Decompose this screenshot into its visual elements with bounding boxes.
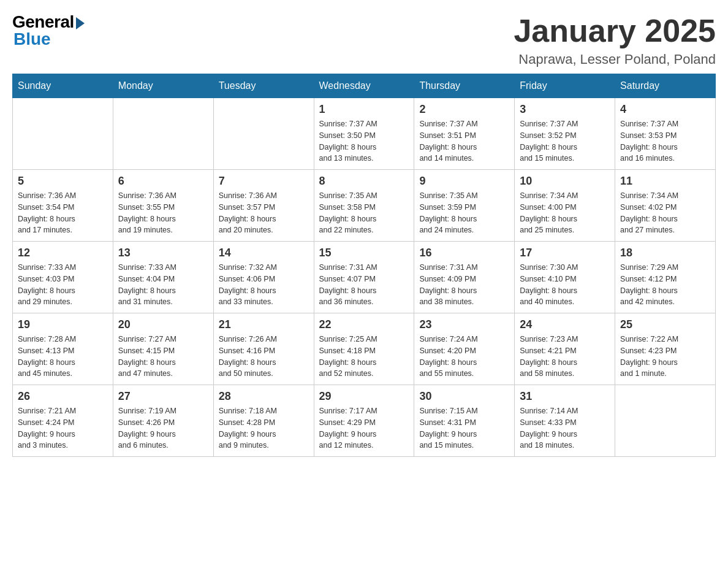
- day-info: Sunrise: 7:17 AM Sunset: 4:29 PM Dayligh…: [319, 405, 409, 451]
- calendar-cell: 18Sunrise: 7:29 AM Sunset: 4:12 PM Dayli…: [615, 242, 716, 313]
- calendar-cell: 27Sunrise: 7:19 AM Sunset: 4:26 PM Dayli…: [113, 385, 213, 457]
- day-number: 20: [118, 318, 208, 331]
- calendar-cell: [113, 98, 213, 170]
- weekday-header-wednesday: Wednesday: [314, 74, 414, 98]
- calendar-body: 1Sunrise: 7:37 AM Sunset: 3:50 PM Daylig…: [13, 98, 716, 457]
- weekday-header-row: SundayMondayTuesdayWednesdayThursdayFrid…: [13, 74, 716, 98]
- calendar-cell: 28Sunrise: 7:18 AM Sunset: 4:28 PM Dayli…: [213, 385, 314, 457]
- day-number: 10: [520, 175, 610, 188]
- day-number: 26: [18, 390, 108, 403]
- calendar-cell: 17Sunrise: 7:30 AM Sunset: 4:10 PM Dayli…: [515, 242, 615, 313]
- header: General Blue January 2025 Naprawa, Lesse…: [12, 12, 716, 67]
- calendar-week-row: 26Sunrise: 7:21 AM Sunset: 4:24 PM Dayli…: [13, 385, 716, 457]
- calendar-cell: 1Sunrise: 7:37 AM Sunset: 3:50 PM Daylig…: [314, 98, 414, 170]
- day-number: 18: [620, 247, 710, 259]
- day-info: Sunrise: 7:37 AM Sunset: 3:51 PM Dayligh…: [419, 118, 509, 164]
- calendar-week-row: 1Sunrise: 7:37 AM Sunset: 3:50 PM Daylig…: [13, 98, 716, 170]
- day-number: 29: [319, 390, 409, 403]
- calendar-cell: 31Sunrise: 7:14 AM Sunset: 4:33 PM Dayli…: [515, 385, 615, 457]
- day-number: 11: [620, 175, 710, 188]
- day-number: 28: [219, 390, 309, 403]
- day-info: Sunrise: 7:37 AM Sunset: 3:50 PM Dayligh…: [319, 118, 409, 164]
- day-number: 31: [520, 390, 610, 403]
- day-number: 13: [118, 247, 208, 259]
- weekday-header-tuesday: Tuesday: [213, 74, 314, 98]
- day-info: Sunrise: 7:34 AM Sunset: 4:02 PM Dayligh…: [620, 190, 710, 236]
- day-info: Sunrise: 7:33 AM Sunset: 4:03 PM Dayligh…: [18, 262, 108, 308]
- day-number: 4: [620, 103, 710, 116]
- day-info: Sunrise: 7:18 AM Sunset: 4:28 PM Dayligh…: [219, 405, 309, 451]
- day-info: Sunrise: 7:33 AM Sunset: 4:04 PM Dayligh…: [118, 262, 208, 308]
- day-info: Sunrise: 7:35 AM Sunset: 3:59 PM Dayligh…: [419, 190, 509, 236]
- day-info: Sunrise: 7:36 AM Sunset: 3:55 PM Dayligh…: [118, 190, 208, 236]
- calendar-cell: 11Sunrise: 7:34 AM Sunset: 4:02 PM Dayli…: [615, 170, 716, 242]
- weekday-header-sunday: Sunday: [13, 74, 113, 98]
- day-info: Sunrise: 7:23 AM Sunset: 4:21 PM Dayligh…: [520, 334, 610, 380]
- calendar-cell: 25Sunrise: 7:22 AM Sunset: 4:23 PM Dayli…: [615, 313, 716, 385]
- logo-arrow-icon: [76, 17, 85, 29]
- day-info: Sunrise: 7:21 AM Sunset: 4:24 PM Dayligh…: [18, 405, 108, 451]
- calendar-cell: 14Sunrise: 7:32 AM Sunset: 4:06 PM Dayli…: [213, 242, 314, 313]
- calendar-cell: 16Sunrise: 7:31 AM Sunset: 4:09 PM Dayli…: [414, 242, 515, 313]
- day-number: 7: [219, 175, 309, 188]
- day-info: Sunrise: 7:31 AM Sunset: 4:09 PM Dayligh…: [419, 262, 509, 308]
- day-number: 19: [18, 318, 108, 331]
- day-info: Sunrise: 7:32 AM Sunset: 4:06 PM Dayligh…: [219, 262, 309, 308]
- calendar: SundayMondayTuesdayWednesdayThursdayFrid…: [12, 74, 716, 457]
- day-info: Sunrise: 7:19 AM Sunset: 4:26 PM Dayligh…: [118, 405, 208, 451]
- day-number: 2: [419, 103, 509, 116]
- calendar-week-row: 19Sunrise: 7:28 AM Sunset: 4:13 PM Dayli…: [13, 313, 716, 385]
- day-info: Sunrise: 7:24 AM Sunset: 4:20 PM Dayligh…: [419, 334, 509, 380]
- logo-blue-text: Blue: [13, 29, 51, 49]
- day-number: 12: [18, 247, 108, 259]
- calendar-cell: 29Sunrise: 7:17 AM Sunset: 4:29 PM Dayli…: [314, 385, 414, 457]
- day-info: Sunrise: 7:26 AM Sunset: 4:16 PM Dayligh…: [219, 334, 309, 380]
- day-info: Sunrise: 7:36 AM Sunset: 3:57 PM Dayligh…: [219, 190, 309, 236]
- day-number: 23: [419, 318, 509, 331]
- location-title: Naprawa, Lesser Poland, Poland: [514, 52, 716, 67]
- calendar-cell: 9Sunrise: 7:35 AM Sunset: 3:59 PM Daylig…: [414, 170, 515, 242]
- calendar-cell: 20Sunrise: 7:27 AM Sunset: 4:15 PM Dayli…: [113, 313, 213, 385]
- day-number: 15: [319, 247, 409, 259]
- day-info: Sunrise: 7:37 AM Sunset: 3:53 PM Dayligh…: [620, 118, 710, 164]
- day-info: Sunrise: 7:31 AM Sunset: 4:07 PM Dayligh…: [319, 262, 409, 308]
- day-number: 22: [319, 318, 409, 331]
- day-info: Sunrise: 7:29 AM Sunset: 4:12 PM Dayligh…: [620, 262, 710, 308]
- calendar-cell: 21Sunrise: 7:26 AM Sunset: 4:16 PM Dayli…: [213, 313, 314, 385]
- day-info: Sunrise: 7:37 AM Sunset: 3:52 PM Dayligh…: [520, 118, 610, 164]
- day-info: Sunrise: 7:35 AM Sunset: 3:58 PM Dayligh…: [319, 190, 409, 236]
- calendar-cell: 2Sunrise: 7:37 AM Sunset: 3:51 PM Daylig…: [414, 98, 515, 170]
- calendar-cell: 22Sunrise: 7:25 AM Sunset: 4:18 PM Dayli…: [314, 313, 414, 385]
- calendar-week-row: 12Sunrise: 7:33 AM Sunset: 4:03 PM Dayli…: [13, 242, 716, 313]
- calendar-cell: [615, 385, 716, 457]
- calendar-cell: 4Sunrise: 7:37 AM Sunset: 3:53 PM Daylig…: [615, 98, 716, 170]
- day-info: Sunrise: 7:14 AM Sunset: 4:33 PM Dayligh…: [520, 405, 610, 451]
- day-number: 30: [419, 390, 509, 403]
- calendar-cell: 30Sunrise: 7:15 AM Sunset: 4:31 PM Dayli…: [414, 385, 515, 457]
- day-info: Sunrise: 7:34 AM Sunset: 4:00 PM Dayligh…: [520, 190, 610, 236]
- calendar-cell: 6Sunrise: 7:36 AM Sunset: 3:55 PM Daylig…: [113, 170, 213, 242]
- calendar-week-row: 5Sunrise: 7:36 AM Sunset: 3:54 PM Daylig…: [13, 170, 716, 242]
- day-number: 6: [118, 175, 208, 188]
- day-info: Sunrise: 7:25 AM Sunset: 4:18 PM Dayligh…: [319, 334, 409, 380]
- day-info: Sunrise: 7:30 AM Sunset: 4:10 PM Dayligh…: [520, 262, 610, 308]
- weekday-header-thursday: Thursday: [414, 74, 515, 98]
- day-number: 16: [419, 247, 509, 259]
- day-info: Sunrise: 7:28 AM Sunset: 4:13 PM Dayligh…: [18, 334, 108, 380]
- calendar-cell: 7Sunrise: 7:36 AM Sunset: 3:57 PM Daylig…: [213, 170, 314, 242]
- day-info: Sunrise: 7:22 AM Sunset: 4:23 PM Dayligh…: [620, 334, 710, 380]
- day-number: 5: [18, 175, 108, 188]
- calendar-cell: 24Sunrise: 7:23 AM Sunset: 4:21 PM Dayli…: [515, 313, 615, 385]
- day-number: 17: [520, 247, 610, 259]
- title-area: January 2025 Naprawa, Lesser Poland, Pol…: [514, 12, 716, 67]
- day-number: 25: [620, 318, 710, 331]
- day-number: 21: [219, 318, 309, 331]
- calendar-header: SundayMondayTuesdayWednesdayThursdayFrid…: [13, 74, 716, 98]
- day-number: 24: [520, 318, 610, 331]
- day-number: 3: [520, 103, 610, 116]
- day-number: 27: [118, 390, 208, 403]
- calendar-cell: [13, 98, 113, 170]
- calendar-cell: 3Sunrise: 7:37 AM Sunset: 3:52 PM Daylig…: [515, 98, 615, 170]
- day-number: 9: [419, 175, 509, 188]
- day-info: Sunrise: 7:15 AM Sunset: 4:31 PM Dayligh…: [419, 405, 509, 451]
